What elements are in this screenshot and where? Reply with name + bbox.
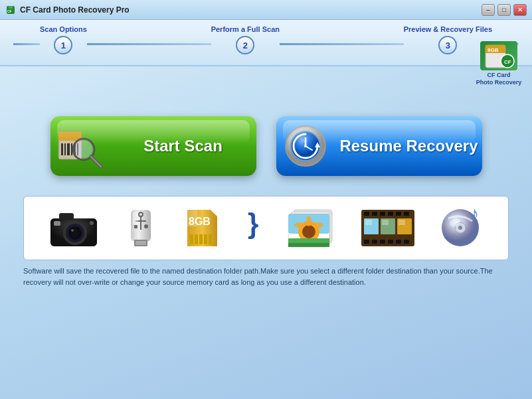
step-2-label: Perform a Full Scan bbox=[211, 25, 280, 33]
svg-rect-82 bbox=[382, 220, 389, 225]
svg-point-59 bbox=[302, 225, 315, 238]
resume-recovery-button[interactable]: Resume Recovery bbox=[276, 116, 482, 176]
svg-point-33 bbox=[71, 229, 74, 232]
svg-rect-34 bbox=[54, 221, 60, 226]
svg-point-86 bbox=[458, 226, 462, 230]
maximize-button[interactable]: □ bbox=[497, 4, 511, 16]
svg-rect-49 bbox=[204, 234, 207, 244]
window-controls: – □ ✕ bbox=[482, 4, 527, 16]
svg-rect-73 bbox=[372, 240, 377, 244]
svg-point-35 bbox=[90, 221, 94, 225]
photos-icon bbox=[288, 206, 341, 250]
svg-rect-9 bbox=[58, 131, 82, 141]
svg-line-19 bbox=[91, 157, 101, 167]
svg-rect-83 bbox=[399, 220, 405, 225]
svg-rect-76 bbox=[396, 240, 401, 244]
svg-rect-50 bbox=[209, 234, 212, 244]
svg-rect-70 bbox=[396, 212, 401, 216]
step-3-label: Preview & Recovery Files bbox=[404, 25, 492, 33]
svg-rect-72 bbox=[364, 240, 369, 244]
svg-rect-68 bbox=[380, 212, 385, 216]
footer-text: Software will save the recovered file to… bbox=[23, 266, 509, 287]
svg-text:CF: CF bbox=[7, 9, 12, 13]
start-scan-label: Start Scan bbox=[110, 137, 256, 155]
music-icon: ♪ bbox=[435, 206, 485, 250]
step-1-label: Scan Options bbox=[40, 25, 87, 33]
buttons-row: Start Scan bbox=[17, 116, 515, 176]
film-strip-icon bbox=[361, 206, 414, 250]
app-title: CF Card Photo Recovery Pro bbox=[20, 5, 130, 15]
svg-rect-48 bbox=[199, 234, 203, 244]
step-1: Scan Options 1 bbox=[40, 25, 87, 54]
title-bar: CF CF Card Photo Recovery Pro – □ ✕ bbox=[0, 0, 532, 20]
svg-rect-61 bbox=[288, 243, 329, 247]
svg-rect-44 bbox=[133, 212, 138, 225]
svg-rect-77 bbox=[404, 240, 409, 244]
svg-rect-46 bbox=[190, 234, 193, 244]
svg-rect-42 bbox=[134, 225, 137, 228]
arrow-icon: } bbox=[244, 206, 268, 250]
start-scan-button[interactable]: Start Scan bbox=[50, 116, 256, 176]
svg-text:CF: CF bbox=[504, 59, 511, 65]
step-3: Preview & Recovery Files 3 bbox=[404, 25, 492, 54]
usb-drive-icon bbox=[121, 206, 161, 250]
close-button[interactable]: ✕ bbox=[513, 4, 527, 16]
devices-panel: 8GB } bbox=[23, 196, 509, 260]
minimize-button[interactable]: – bbox=[482, 4, 495, 16]
svg-rect-69 bbox=[388, 212, 393, 216]
logo-text: CF CardPhoto Recovery bbox=[476, 72, 522, 86]
svg-rect-1 bbox=[9, 6, 13, 9]
svg-rect-75 bbox=[388, 240, 393, 244]
app-icon: CF bbox=[5, 5, 16, 15]
step-2-circle: 2 bbox=[236, 36, 254, 54]
svg-marker-52 bbox=[187, 210, 197, 226]
camera-icon bbox=[47, 206, 100, 250]
svg-rect-10 bbox=[61, 143, 63, 155]
sd-card-icon: 8GB bbox=[181, 206, 224, 250]
svg-text:}: } bbox=[248, 208, 258, 239]
svg-rect-11 bbox=[64, 143, 66, 155]
svg-rect-74 bbox=[380, 240, 385, 244]
step-1-circle: 1 bbox=[54, 36, 72, 54]
svg-point-64 bbox=[294, 222, 305, 228]
svg-rect-66 bbox=[364, 212, 369, 216]
resume-recovery-label: Resume Recovery bbox=[336, 137, 482, 155]
svg-point-63 bbox=[313, 222, 323, 228]
svg-rect-71 bbox=[404, 212, 409, 216]
svg-rect-81 bbox=[365, 220, 372, 225]
svg-rect-12 bbox=[67, 143, 70, 155]
svg-rect-38 bbox=[135, 241, 146, 245]
svg-rect-28 bbox=[59, 213, 74, 220]
step-3-circle: 3 bbox=[438, 36, 457, 54]
step-2: Perform a Full Scan 2 bbox=[211, 25, 280, 54]
svg-point-43 bbox=[144, 224, 148, 228]
svg-rect-47 bbox=[195, 234, 198, 244]
svg-rect-67 bbox=[372, 212, 377, 216]
svg-point-17 bbox=[75, 141, 92, 158]
svg-point-62 bbox=[306, 216, 311, 226]
